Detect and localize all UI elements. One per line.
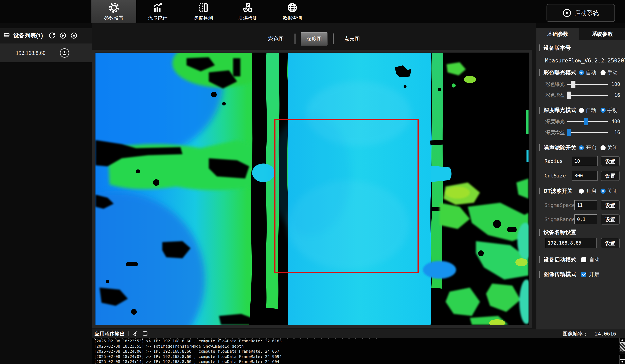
radius-input[interactable] [572,156,598,166]
gear-icon [108,2,120,13]
log-line: [2025-02-08 18:23:55] >> setImageTransfe… [92,344,625,349]
section-title: 设备版本号 [539,43,571,52]
color-exposure-slider[interactable] [567,84,608,85]
slider-handle[interactable] [571,81,575,88]
log-line: [2025-02-08 18:24:14] >> IP: 192.168.8.6… [92,359,625,364]
start-mode-checkbox[interactable] [581,257,586,262]
app-window: 参数设置 流量统计 跑偏检测 块煤检测 数据查询 [0,0,625,364]
stop-circle-icon[interactable] [70,32,78,39]
scrollbar-track[interactable] [620,351,625,355]
slider-handle[interactable] [567,129,571,136]
deviation-detect-icon [198,2,209,13]
scroll-down-button[interactable] [620,359,625,364]
radio-label[interactable]: 自动 [586,68,596,77]
sigmaspace-input[interactable] [574,200,597,210]
save-log-icon[interactable] [141,330,149,337]
scrollbar-block[interactable] [620,355,625,359]
log-line: [2025-02-08 18:24:00] >> IP: 192.168.8.6… [92,349,625,354]
tab-pointcloud-image[interactable]: 点云图 [339,32,365,45]
power-icon[interactable] [60,48,69,57]
field-label: SigmaSpace [544,200,575,210]
section-title: 深度曝光模式 [539,106,576,114]
panel-top-strip [536,23,625,28]
start-mode-row: 设备启动模式 自动 [536,255,625,264]
radio-color-manual[interactable] [600,70,606,75]
start-system-button[interactable]: 启动系统 [547,4,615,22]
cntsize-set-button[interactable]: 设置 [601,171,620,181]
device-name-set-button[interactable]: 设置 [601,238,620,248]
radio-label[interactable]: 手动 [607,68,618,77]
radius-set-button[interactable]: 设置 [601,156,620,166]
toolbar-item-flow-stats[interactable]: 流量统计 [143,0,173,23]
device-list-icon [3,32,10,39]
radio-color-auto[interactable] [579,70,584,75]
device-list-title: 设备列表(1) [13,32,43,39]
color-gain-slider[interactable] [567,95,608,96]
radio-noise-off[interactable] [600,145,606,150]
device-list-header: 设备列表(1) [0,28,92,43]
slider-value: 100 [608,80,620,89]
tab-color-image[interactable]: 彩色图 [263,32,289,45]
toolbar-item-coal-detect[interactable]: 块煤检测 [233,0,263,23]
cntsize-input[interactable] [572,171,598,180]
radio-dt-on[interactable] [579,189,584,194]
chevron-down-icon [621,361,624,363]
scrollbar-thumb[interactable] [620,343,625,351]
device-version-value: MeasureFlow_V6.2.2.250207 [545,56,625,65]
sigmarange-row: SigmaRange 设置 [536,214,625,225]
log-line: [2025-02-08 18:23:53] >> IP: 192.168.8.6… [92,338,625,344]
depth-exposure-slider-row: 深度曝光 400 [536,117,625,126]
data-query-icon [287,2,298,13]
checkbox-label[interactable]: 自动 [589,255,599,264]
toolbar-item-deviation-detect[interactable]: 跑偏检测 [188,0,219,23]
device-row[interactable]: 192.168.8.60 [0,43,92,62]
scroll-up-button[interactable] [620,338,625,343]
field-label: SigmaRange [544,214,575,224]
log-output: [2025-02-08 18:23:53] >> IP: 192.168.8.6… [92,338,625,364]
radio-label[interactable]: 关闭 [607,143,618,152]
toolbar-item-param-settings[interactable]: 参数设置 [92,0,136,23]
radio-label[interactable]: 开启 [586,143,596,152]
noise-filter-row: 噪声滤除开关 开启 关闭 [536,143,625,152]
tab-system-params[interactable]: 系统参数 [579,28,625,40]
device-sidebar: 设备列表(1) 192.168.8.60 [0,23,92,364]
depth-gain-slider[interactable] [567,132,608,133]
depth-exposure-slider[interactable] [567,121,608,122]
radio-label[interactable]: 关闭 [607,187,618,196]
device-name-input[interactable] [545,238,596,248]
radio-dt-off[interactable] [600,189,606,194]
sigmaspace-set-button[interactable]: 设置 [601,200,620,210]
play-circle-icon [562,8,571,17]
checkbox-label[interactable]: 开启 [589,270,599,279]
tab-basic-params[interactable]: 基础参数 [536,28,579,40]
flow-stats-icon [152,2,163,13]
play-circle-icon[interactable] [59,32,67,39]
radio-depth-manual[interactable] [600,108,606,113]
slider-label: 彩色增益 [544,91,565,100]
radio-noise-on[interactable] [579,145,584,150]
sigmaspace-row: SigmaSpace 设置 [536,200,625,211]
clear-log-icon[interactable] [132,330,139,337]
slider-handle[interactable] [584,118,588,125]
toolbar-item-data-query[interactable]: 数据查询 [277,0,308,23]
depth-image-canvas[interactable] [95,53,529,325]
refresh-icon[interactable] [48,32,56,39]
tab-separator [294,33,295,44]
log-line: [2025-02-08 18:24:07] >> IP: 192.168.8.6… [92,354,625,359]
tab-depth-image[interactable]: 深度图 [301,32,327,46]
depth-exposure-mode-row: 深度曝光模式 自动 手动 [536,106,625,114]
log-scrollbar[interactable] [620,338,625,364]
radio-label[interactable]: 开启 [586,187,596,196]
clipped-log-line [94,338,377,338]
radio-label[interactable]: 自动 [586,106,596,114]
sigmarange-input[interactable] [574,214,597,224]
radio-label[interactable]: 手动 [607,106,618,114]
slider-handle[interactable] [567,91,571,99]
frame-rate: 图像帧率： 24.0616 [563,331,616,337]
toolbar-item-label: 跑偏检测 [193,15,213,21]
radio-depth-auto[interactable] [579,108,584,113]
sigmarange-set-button[interactable]: 设置 [601,214,620,224]
frame-rate-label: 图像帧率： [563,331,588,337]
toolbar-item-label: 块煤检测 [238,15,257,21]
transfer-mode-checkbox[interactable] [581,272,586,277]
